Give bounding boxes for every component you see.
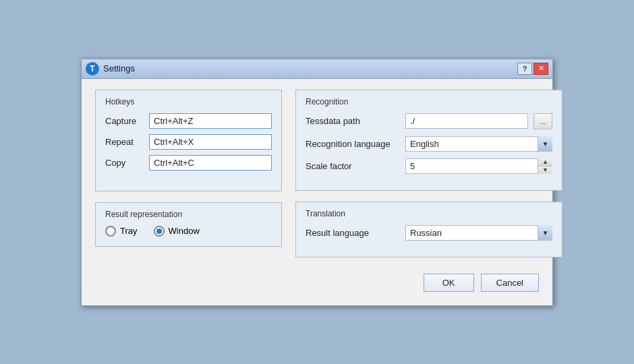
tray-radio-item[interactable]: Tray: [105, 226, 138, 237]
app-icon: T: [86, 62, 99, 75]
recognition-language-wrapper: English Russian German French ▼: [405, 136, 552, 152]
recognition-language-label: Recognition language: [306, 139, 400, 149]
title-buttons: ? ✕: [517, 63, 548, 75]
window-radio-label: Window: [169, 226, 200, 236]
recognition-language-select[interactable]: English Russian German French: [405, 136, 552, 152]
copy-row: Copy: [105, 155, 272, 171]
title-left: T Settings: [86, 62, 135, 75]
window-radio-outer: [154, 226, 165, 237]
scale-up-button[interactable]: ▲: [538, 158, 552, 166]
right-column: Recognition Tessdata path ... Recognitio…: [295, 90, 563, 257]
close-button[interactable]: ✕: [534, 63, 548, 75]
scale-row: Scale factor ▲ ▼: [306, 158, 552, 174]
capture-row: Capture: [105, 113, 272, 129]
repeat-input[interactable]: [149, 134, 272, 150]
radio-row: Tray Window: [105, 226, 272, 237]
recognition-language-row: Recognition language English Russian Ger…: [306, 136, 552, 152]
tray-radio-outer: [105, 226, 116, 237]
tessdata-input[interactable]: [405, 113, 528, 129]
repeat-label: Repeat: [105, 137, 142, 147]
result-section: Result representation Tray Window: [95, 202, 282, 247]
copy-input[interactable]: [149, 155, 272, 171]
repeat-row: Repeat: [105, 134, 272, 150]
window-radio-item[interactable]: Window: [154, 226, 200, 237]
tessdata-row: Tessdata path ...: [306, 113, 552, 129]
bottom-buttons: OK Cancel: [95, 268, 539, 295]
cancel-button[interactable]: Cancel: [481, 274, 539, 292]
main-sections: Hotkeys Capture Repeat Copy: [95, 90, 539, 257]
recognition-section: Recognition Tessdata path ... Recognitio…: [295, 90, 563, 191]
dialog-body: Hotkeys Capture Repeat Copy: [82, 79, 552, 305]
tray-radio-label: Tray: [120, 226, 138, 236]
dialog-title: Settings: [103, 63, 135, 73]
tessdata-label: Tessdata path: [306, 116, 400, 126]
window-radio-inner: [156, 229, 162, 234]
result-language-label: Result language: [306, 228, 400, 238]
scale-down-button[interactable]: ▼: [538, 166, 552, 174]
ok-button[interactable]: OK: [424, 274, 474, 292]
scale-spinner: ▲ ▼: [405, 158, 552, 174]
hotkeys-label: Hotkeys: [105, 97, 272, 107]
copy-label: Copy: [105, 158, 142, 168]
recognition-label: Recognition: [306, 97, 552, 107]
capture-label: Capture: [105, 116, 142, 126]
settings-dialog: T Settings ? ✕ Hotkeys Capture Repeat: [81, 59, 553, 306]
left-column: Hotkeys Capture Repeat Copy: [95, 90, 282, 257]
translation-section: Translation Result language Russian Engl…: [295, 202, 563, 257]
result-language-row: Result language Russian English German F…: [306, 225, 552, 241]
scale-input[interactable]: [405, 158, 552, 174]
scale-label: Scale factor: [306, 161, 400, 171]
result-language-select[interactable]: Russian English German French: [405, 225, 552, 241]
capture-input[interactable]: [149, 113, 272, 129]
result-label: Result representation: [105, 210, 272, 219]
browse-button[interactable]: ...: [534, 113, 552, 129]
scale-spinner-btns: ▲ ▼: [538, 158, 552, 174]
help-button[interactable]: ?: [517, 63, 532, 75]
hotkeys-section: Hotkeys Capture Repeat Copy: [95, 90, 282, 191]
translation-label: Translation: [306, 209, 552, 218]
result-language-wrapper: Russian English German French ▼: [405, 225, 552, 241]
title-bar: T Settings ? ✕: [82, 59, 552, 79]
